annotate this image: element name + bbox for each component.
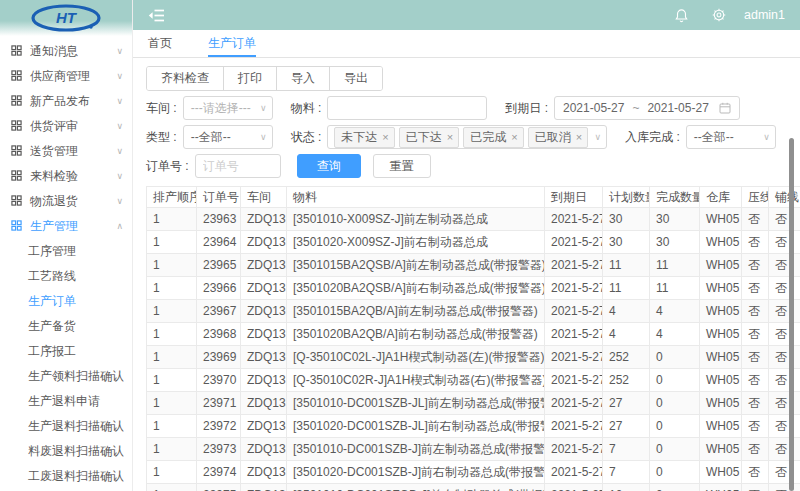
date-to[interactable]: 2021-05-27 [647, 101, 708, 115]
reset-button[interactable]: 重置 [373, 154, 431, 178]
table-cell: 4 [603, 300, 650, 323]
toolbar-button-2[interactable]: 导入 [276, 67, 329, 90]
sidebar-subitem-4[interactable]: 工序报工 [0, 339, 132, 364]
table-row[interactable]: 123964ZDQ13[3501020-X009SZ-J]前右制动器总成2021… [147, 231, 800, 254]
table-row[interactable]: 123963ZDQ13[3501010-X009SZ-J]前左制动器总成2021… [147, 208, 800, 231]
status-tag-3[interactable]: 已取消× [528, 127, 588, 148]
tag-close-icon[interactable]: × [511, 131, 517, 143]
date-from[interactable]: 2021-05-27 [563, 101, 624, 115]
toolbar-button-0[interactable]: 齐料检查 [147, 67, 223, 90]
chevron-down-icon: ∨ [116, 172, 123, 181]
sidebar-subitem-0[interactable]: 工序管理 [0, 239, 132, 264]
calendar-icon[interactable] [719, 102, 731, 114]
table-cell: WH05 [700, 369, 742, 392]
grid-icon [11, 145, 22, 159]
material-input[interactable] [327, 96, 487, 120]
sidebar-subitem-5[interactable]: 生产领料扫描确认 [0, 364, 132, 389]
table-cell: 否 [742, 346, 769, 369]
sidebar-item-7[interactable]: 生产管理∧ [0, 214, 132, 239]
column-header-8[interactable]: 压线 [742, 187, 769, 208]
table-row[interactable]: 123975ZDQ13[3501010-DC001SZQB-J]前左制动器总成(… [147, 484, 800, 491]
toolbar-button-1[interactable]: 打印 [223, 67, 276, 90]
tab-1[interactable]: 生产订单 [208, 30, 256, 57]
table-cell: 否 [742, 208, 769, 231]
table-cell: ZDQ13 [241, 231, 287, 254]
workshop-select[interactable]: ---请选择--- ∨ [183, 96, 273, 120]
username[interactable]: admin1 [744, 8, 785, 22]
table-cell: [3501020-DC001SZB-J]前右制动器总成(带报警器) [287, 461, 545, 484]
tag-close-icon[interactable]: × [382, 131, 388, 143]
sidebar-subitem-2[interactable]: 生产订单 [0, 289, 132, 314]
column-header-5[interactable]: 计划数量 [603, 187, 650, 208]
column-header-2[interactable]: 车间 [241, 187, 287, 208]
sidebar-subitem-3[interactable]: 生产备货 [0, 314, 132, 339]
table-row[interactable]: 123968ZDQ13[3501020BA2QB/A]前右制动器总成(带报警器)… [147, 323, 800, 346]
tab-0[interactable]: 首页 [148, 30, 172, 57]
table-cell: ZDQ13 [241, 415, 287, 438]
table-cell: ZDQ13 [241, 300, 287, 323]
sidebar-subitem-6[interactable]: 生产退料申请 [0, 389, 132, 414]
chevron-down-icon: ∨ [116, 147, 123, 156]
query-button[interactable]: 查询 [297, 154, 361, 178]
bell-icon[interactable] [675, 8, 688, 23]
table-row[interactable]: 123969ZDQ13[Q-35010C02L-J]A1H楔式制动器(左)(带报… [147, 346, 800, 369]
tag-close-icon[interactable]: × [447, 131, 453, 143]
sidebar-item-4[interactable]: 送货管理∨ [0, 139, 132, 164]
table-cell: 否 [742, 369, 769, 392]
column-header-7[interactable]: 仓库 [700, 187, 742, 208]
type-select[interactable]: --全部-- ∨ [183, 125, 273, 149]
sidebar-subitem-8[interactable]: 料废退料扫描确认 [0, 439, 132, 464]
column-header-3[interactable]: 物料 [287, 187, 545, 208]
status-multiselect[interactable]: 未下达×已下达×已完成×已取消× ∨ [327, 125, 607, 149]
column-header-6[interactable]: 完成数量 [650, 187, 700, 208]
sidebar-item-3[interactable]: 供货评审∨ [0, 114, 132, 139]
table-cell: 27 [603, 415, 650, 438]
grid-icon [11, 170, 22, 184]
table-row[interactable]: 123974ZDQ13[3501020-DC001SZB-J]前右制动器总成(带… [147, 461, 800, 484]
table-cell: 23964 [197, 231, 241, 254]
sidebar-item-5[interactable]: 来料检验∨ [0, 164, 132, 189]
sidebar-item-0[interactable]: 通知消息∨ [0, 39, 132, 64]
column-header-1[interactable]: 订单号 [197, 187, 241, 208]
table-row[interactable]: 123965ZDQ13[3501015BA2QSB/A]前左制动器总成(带报警器… [147, 254, 800, 277]
table-row[interactable]: 123967ZDQ13[3501015BA2QB/A]前左制动器总成(带报警器)… [147, 300, 800, 323]
sidebar-item-1[interactable]: 供应商管理∨ [0, 64, 132, 89]
tag-close-icon[interactable]: × [576, 131, 582, 143]
table-cell: 否 [769, 415, 800, 438]
column-header-4[interactable]: 到期日 [545, 187, 603, 208]
inbound-complete-select[interactable]: --全部-- ∨ [686, 125, 776, 149]
due-date-range[interactable]: 2021-05-27 ~ 2021-05-27 [554, 96, 740, 120]
gear-icon[interactable] [712, 8, 726, 22]
table-cell: 0 [650, 484, 700, 491]
table-row[interactable]: 123973ZDQ13[3501010-DC001SZB-J]前左制动器总成(带… [147, 438, 800, 461]
table-row[interactable]: 123971ZDQ13[3501010-DC001SZB-JL]前左制动器总成(… [147, 392, 800, 415]
table-cell: 23975 [197, 484, 241, 491]
chevron-down-icon: ∨ [595, 132, 602, 142]
sidebar-subitem-7[interactable]: 生产退料扫描确认 [0, 414, 132, 439]
table-cell: 否 [769, 484, 800, 491]
table-cell: 2021-5-27 [545, 323, 603, 346]
sidebar-subitem-1[interactable]: 工艺路线 [0, 264, 132, 289]
status-tag-2[interactable]: 已完成× [463, 127, 523, 148]
toolbar-button-3[interactable]: 导出 [329, 67, 382, 90]
table-row[interactable]: 123970ZDQ13[Q-35010C02R-J]A1H楔式制动器(右)(带报… [147, 369, 800, 392]
table-row[interactable]: 123966ZDQ13[3501020BA2QSB/A]前右制动器总成(带报警器… [147, 277, 800, 300]
column-header-0[interactable]: 排产顺序 [147, 187, 197, 208]
order-no-input[interactable] [195, 154, 281, 178]
table-row[interactable]: 123972ZDQ13[3501020-DC001SZB-JL]前右制动器总成(… [147, 415, 800, 438]
table-cell: 0 [650, 392, 700, 415]
table-cell: 1 [147, 254, 197, 277]
table-cell: [3501010-DC001SZQB-J]前左制动器总成(带报警器) [287, 484, 545, 491]
status-tag-1[interactable]: 已下达× [399, 127, 459, 148]
sidebar-subitem-9[interactable]: 工废退料扫描确认 [0, 464, 132, 489]
status-tag-0[interactable]: 未下达× [334, 127, 394, 148]
table-cell: [3501020-DC001SZB-JL]前右制动器总成(带报警器)(老气室) [287, 415, 545, 438]
vertical-scrollbar[interactable] [789, 138, 794, 491]
svg-text:HT: HT [56, 9, 78, 26]
table-cell: 1 [147, 323, 197, 346]
table-cell: [3501015BA2QSB/A]前左制动器总成(带报警器) [287, 254, 545, 277]
sidebar-item-2[interactable]: 新产品发布∨ [0, 89, 132, 114]
collapse-sidebar-icon[interactable] [148, 9, 165, 22]
column-header-9[interactable]: 铺线 [769, 187, 800, 208]
sidebar-item-6[interactable]: 物流退货∨ [0, 189, 132, 214]
